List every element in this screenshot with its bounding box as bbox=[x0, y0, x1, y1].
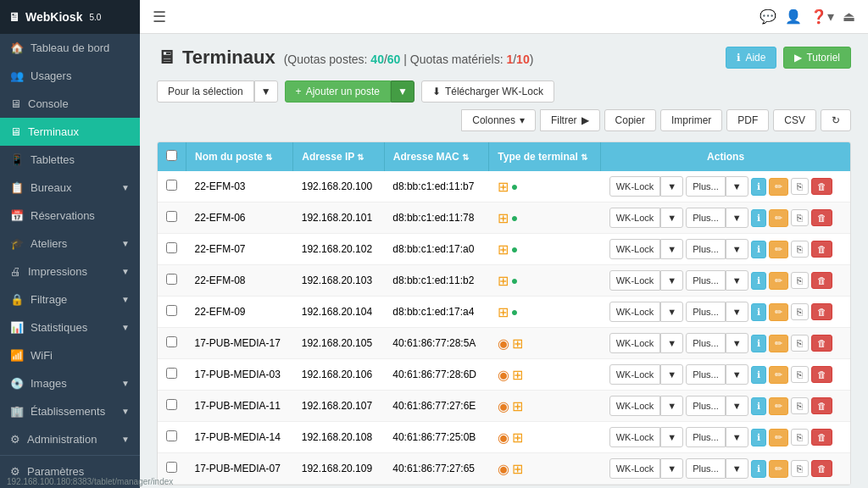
wklock-button[interactable]: WK-Lock bbox=[609, 208, 661, 228]
columns-button[interactable]: Colonnes ▾ bbox=[461, 109, 536, 131]
delete-button[interactable]: 🗑 bbox=[811, 241, 832, 258]
copy-row-button[interactable]: ⎘ bbox=[791, 460, 809, 477]
edit-button[interactable]: ✏ bbox=[769, 209, 788, 227]
info-button[interactable]: ℹ bbox=[751, 397, 766, 415]
delete-button[interactable]: 🗑 bbox=[811, 429, 832, 446]
delete-button[interactable]: 🗑 bbox=[811, 460, 832, 477]
sidebar-item-etablissements[interactable]: 🏢 Établissements ▼ bbox=[0, 397, 140, 425]
delete-button[interactable]: 🗑 bbox=[811, 303, 832, 320]
wklock-button[interactable]: WK-Lock bbox=[609, 427, 661, 447]
wklock-dropdown[interactable]: ▼ bbox=[660, 239, 683, 259]
sidebar-item-filtrage[interactable]: 🔒 Filtrage ▼ bbox=[0, 286, 140, 313]
row-checkbox[interactable] bbox=[166, 336, 177, 347]
selection-dropdown-button[interactable]: ▼ bbox=[254, 80, 278, 103]
sidebar-item-ateliers[interactable]: 🎓 Ateliers ▼ bbox=[0, 230, 140, 258]
plus-button[interactable]: Plus... bbox=[686, 208, 726, 228]
sidebar-item-impressions[interactable]: 🖨 Impressions ▼ bbox=[0, 258, 140, 286]
csv-button[interactable]: CSV bbox=[773, 109, 816, 131]
select-all-checkbox[interactable] bbox=[166, 150, 177, 161]
add-post-dropdown-button[interactable]: ▼ bbox=[391, 80, 415, 103]
sidebar-item-reservations[interactable]: 📅 Réservations bbox=[0, 202, 140, 230]
wklock-dropdown[interactable]: ▼ bbox=[660, 333, 683, 353]
row-checkbox[interactable] bbox=[166, 274, 177, 285]
delete-button[interactable]: 🗑 bbox=[811, 335, 832, 352]
user-icon[interactable]: 👤 bbox=[785, 8, 802, 25]
print-button[interactable]: Imprimer bbox=[660, 109, 722, 131]
plus-button[interactable]: Plus... bbox=[686, 427, 726, 447]
delete-button[interactable]: 🗑 bbox=[811, 397, 832, 414]
plus-button[interactable]: Plus... bbox=[686, 270, 726, 291]
sidebar-item-tablettes[interactable]: 📱 Tablettes bbox=[0, 146, 140, 174]
wklock-dropdown[interactable]: ▼ bbox=[660, 176, 683, 197]
plus-dropdown[interactable]: ▼ bbox=[726, 208, 748, 228]
plus-dropdown[interactable]: ▼ bbox=[726, 427, 748, 447]
wklock-dropdown[interactable]: ▼ bbox=[660, 396, 683, 416]
row-checkbox[interactable] bbox=[166, 211, 177, 222]
row-checkbox[interactable] bbox=[166, 462, 177, 473]
wklock-button[interactable]: WK-Lock bbox=[609, 302, 661, 322]
wklock-button[interactable]: WK-Lock bbox=[609, 458, 661, 479]
edit-button[interactable]: ✏ bbox=[769, 335, 788, 352]
copy-row-button[interactable]: ⎘ bbox=[791, 303, 809, 320]
row-checkbox[interactable] bbox=[166, 242, 177, 253]
edit-button[interactable]: ✏ bbox=[769, 460, 788, 478]
logout-icon[interactable]: ⏏ bbox=[843, 8, 855, 25]
download-button[interactable]: ⬇ Télécharger WK-Lock bbox=[421, 80, 554, 103]
tutoriel-button[interactable]: ▶ Tutoriel bbox=[783, 47, 851, 69]
edit-button[interactable]: ✏ bbox=[769, 397, 788, 415]
pdf-button[interactable]: PDF bbox=[726, 109, 769, 131]
copy-button[interactable]: Copier bbox=[604, 109, 656, 131]
plus-dropdown[interactable]: ▼ bbox=[726, 458, 748, 479]
filter-button[interactable]: Filtrer ▶ bbox=[540, 109, 600, 131]
sidebar-item-terminaux[interactable]: 🖥 Terminaux bbox=[0, 118, 140, 146]
info-button[interactable]: ℹ bbox=[751, 335, 766, 352]
wklock-button[interactable]: WK-Lock bbox=[609, 239, 661, 259]
edit-button[interactable]: ✏ bbox=[769, 303, 788, 321]
row-checkbox[interactable] bbox=[166, 305, 177, 316]
info-button[interactable]: ℹ bbox=[751, 303, 766, 321]
help-icon[interactable]: ❓▾ bbox=[810, 8, 834, 25]
row-checkbox[interactable] bbox=[166, 368, 177, 379]
sidebar-item-tableau[interactable]: 🏠 Tableau de bord bbox=[0, 34, 140, 62]
edit-button[interactable]: ✏ bbox=[769, 241, 788, 258]
edit-button[interactable]: ✏ bbox=[769, 366, 788, 384]
copy-row-button[interactable]: ⎘ bbox=[791, 397, 809, 414]
edit-button[interactable]: ✏ bbox=[769, 429, 788, 446]
plus-dropdown[interactable]: ▼ bbox=[726, 364, 748, 385]
plus-button[interactable]: Plus... bbox=[686, 302, 726, 322]
wklock-button[interactable]: WK-Lock bbox=[609, 364, 661, 385]
messages-icon[interactable]: 💬 bbox=[760, 8, 776, 25]
wklock-dropdown[interactable]: ▼ bbox=[660, 427, 683, 447]
plus-dropdown[interactable]: ▼ bbox=[726, 270, 748, 291]
refresh-button[interactable]: ↻ bbox=[821, 109, 851, 131]
sidebar-item-administration[interactable]: ⚙ Administration ▼ bbox=[0, 425, 140, 453]
sidebar-item-images[interactable]: 💿 Images ▼ bbox=[0, 369, 140, 397]
wklock-button[interactable]: WK-Lock bbox=[609, 396, 661, 416]
wklock-dropdown[interactable]: ▼ bbox=[660, 208, 683, 228]
delete-button[interactable]: 🗑 bbox=[811, 272, 832, 289]
wklock-button[interactable]: WK-Lock bbox=[609, 333, 661, 353]
selection-button[interactable]: Pour la sélection bbox=[157, 80, 254, 103]
copy-row-button[interactable]: ⎘ bbox=[791, 335, 809, 352]
plus-dropdown[interactable]: ▼ bbox=[726, 333, 748, 353]
hamburger-menu[interactable]: ☰ bbox=[153, 8, 166, 26]
sidebar-item-statistiques[interactable]: 📊 Statistiques ▼ bbox=[0, 313, 140, 341]
plus-dropdown[interactable]: ▼ bbox=[726, 176, 748, 197]
wklock-button[interactable]: WK-Lock bbox=[609, 176, 661, 197]
delete-button[interactable]: 🗑 bbox=[811, 209, 832, 226]
plus-button[interactable]: Plus... bbox=[686, 239, 726, 259]
plus-dropdown[interactable]: ▼ bbox=[726, 239, 748, 259]
info-button[interactable]: ℹ bbox=[751, 429, 766, 446]
wklock-dropdown[interactable]: ▼ bbox=[660, 458, 683, 479]
wklock-dropdown[interactable]: ▼ bbox=[660, 270, 683, 291]
row-checkbox[interactable] bbox=[166, 430, 177, 441]
delete-button[interactable]: 🗑 bbox=[811, 178, 832, 195]
sidebar-item-usagers[interactable]: 👥 Usagers bbox=[0, 62, 140, 90]
copy-row-button[interactable]: ⎘ bbox=[791, 429, 809, 446]
copy-row-button[interactable]: ⎘ bbox=[791, 241, 809, 258]
wklock-button[interactable]: WK-Lock bbox=[609, 270, 661, 291]
info-button[interactable]: ℹ bbox=[751, 460, 766, 478]
copy-row-button[interactable]: ⎘ bbox=[791, 366, 809, 383]
sidebar-item-console[interactable]: 🖥 Console bbox=[0, 90, 140, 118]
copy-row-button[interactable]: ⎘ bbox=[791, 178, 809, 195]
